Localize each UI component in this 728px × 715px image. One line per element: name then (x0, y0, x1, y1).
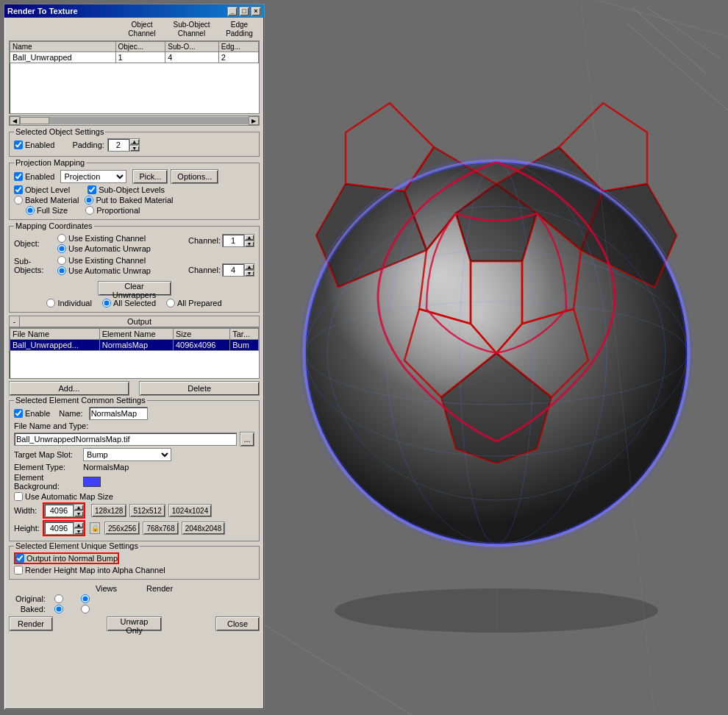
baked-mat-1-radio[interactable] (14, 196, 23, 204)
original-render-label[interactable] (81, 594, 90, 603)
full-size-radio[interactable] (26, 206, 35, 215)
scroll-right-btn[interactable]: ▶ (249, 116, 259, 125)
original-render-radio[interactable] (81, 594, 90, 603)
baked-render-label[interactable] (81, 605, 90, 613)
sub-automatic-radio[interactable] (57, 266, 66, 275)
output-row[interactable]: Ball_Unwrapped... NormalsMap 4096x4096 B… (10, 340, 259, 351)
maximize-button[interactable]: □ (239, 7, 249, 16)
render-height-map-label[interactable]: Render Height Map into Alpha Channel (14, 566, 165, 575)
enable-check-label[interactable]: Enable (14, 409, 50, 418)
browse-button[interactable]: ... (240, 432, 254, 447)
all-prepared-label[interactable]: All Prepared (166, 299, 222, 307)
use-automatic-radio[interactable] (57, 244, 66, 253)
individual-text: Individual (57, 299, 91, 307)
scrollbar-h[interactable]: ◀ ▶ (9, 115, 260, 126)
height-up[interactable]: ▲ (74, 522, 84, 528)
channel-sub-down[interactable]: ▼ (244, 270, 254, 277)
channel-obj-up[interactable]: ▲ (244, 234, 254, 241)
proj-enabled-label[interactable]: Enabled (14, 172, 54, 181)
use-existing-channel-label[interactable]: Use Existing Channel (57, 234, 151, 243)
baked-views-label[interactable] (54, 605, 63, 613)
baked-views-radio[interactable] (54, 605, 63, 613)
sub-existing-label[interactable]: Use Existing Channel (57, 256, 151, 265)
channel-obj-down[interactable]: ▼ (244, 241, 254, 247)
viewport-3d (265, 0, 728, 715)
scroll-left-btn[interactable]: ◀ (10, 116, 20, 125)
unwrap-only-button[interactable]: Unwrap Only (107, 616, 162, 631)
obj-level-label[interactable]: Object Level (14, 185, 70, 194)
size-512x512-button[interactable]: 512x512 (129, 504, 165, 517)
width-up[interactable]: ▲ (74, 504, 84, 511)
channel-sub-input[interactable] (222, 263, 244, 277)
individual-label[interactable]: Individual (46, 299, 91, 307)
size-1024x1024-button[interactable]: 1024x1024 (168, 504, 213, 517)
height-down[interactable]: ▼ (74, 528, 84, 535)
sub-obj-levels-checkbox[interactable] (88, 185, 96, 194)
size-768x768-button[interactable]: 768x768 (143, 522, 178, 535)
output-normal-bump-label[interactable]: Output into Normal Bump (14, 552, 119, 564)
cell-name: Ball_Unwrapped (10, 52, 116, 63)
auto-map-size-label[interactable]: Use Automatic Map Size (14, 492, 113, 501)
close-button[interactable]: × (251, 7, 261, 16)
individual-radio[interactable] (46, 299, 55, 307)
baked-mat-1-text: Baked Material (25, 196, 79, 204)
baked-render-radio[interactable] (81, 605, 90, 613)
padding-up[interactable]: ▲ (129, 138, 140, 145)
minimize-button[interactable]: _ (227, 7, 238, 16)
baked-mat-2-radio[interactable] (85, 196, 93, 204)
use-existing-radio[interactable] (57, 234, 66, 243)
pick-button[interactable]: Pick... (132, 169, 168, 184)
original-views-radio[interactable] (54, 594, 63, 603)
scroll-thumb[interactable] (20, 117, 49, 124)
height-spinner[interactable]: ▲ ▼ (43, 520, 85, 536)
enable-checkbox[interactable] (14, 409, 23, 418)
add-button[interactable]: Add... (9, 381, 129, 396)
section-label-unique: Selected Element Unique Settings (14, 541, 140, 550)
padding-spinner[interactable]: ▲ ▼ (107, 138, 140, 152)
baked-mat-1-label[interactable]: Baked Material (14, 196, 79, 204)
proportional-radio[interactable] (85, 206, 94, 215)
sub-existing-radio[interactable] (57, 256, 66, 265)
obj-level-checkbox[interactable] (14, 185, 23, 194)
original-views-label[interactable] (54, 594, 63, 603)
enabled-check-label[interactable]: Enabled (14, 140, 54, 149)
render-bottom-button[interactable]: Render (9, 616, 53, 631)
channel-sub-up[interactable]: ▲ (244, 263, 254, 270)
baked-mat-2-label[interactable]: Put to Baked Material (85, 196, 173, 204)
lock-icon[interactable]: 🔒 (90, 522, 100, 534)
clear-unwrappers-button[interactable]: Clear Unwrappers (98, 281, 171, 296)
width-input[interactable] (44, 504, 74, 517)
all-selected-label[interactable]: All Selected (102, 299, 156, 307)
element-bg-swatch[interactable] (83, 477, 101, 487)
file-name-input[interactable] (14, 433, 237, 446)
options-button[interactable]: Options... (171, 169, 218, 184)
proportional-label[interactable]: Proportional (85, 206, 140, 215)
auto-map-size-checkbox[interactable] (14, 492, 23, 501)
width-down[interactable]: ▼ (74, 511, 84, 517)
full-size-label[interactable]: Full Size (26, 206, 68, 215)
use-automatic-unwrap-label[interactable]: Use Automatic Unwrap (57, 244, 151, 253)
size-256x256-button[interactable]: 256x256 (104, 522, 140, 535)
sub-automatic-label[interactable]: Use Automatic Unwrap (57, 266, 151, 275)
proj-enabled-checkbox[interactable] (14, 172, 23, 181)
target-map-slot-select[interactable]: Bump (83, 448, 171, 461)
all-prepared-radio[interactable] (166, 299, 175, 307)
projection-select[interactable]: Projection (60, 170, 126, 183)
output-normal-bump-checkbox[interactable] (15, 554, 24, 563)
channel-obj-input[interactable] (222, 234, 244, 247)
sub-obj-levels-label[interactable]: Sub-Object Levels (88, 185, 165, 194)
all-selected-radio[interactable] (102, 299, 111, 307)
table-row[interactable]: Ball_Unwrapped 1 4 2 (10, 52, 259, 63)
close-bottom-button[interactable]: Close (215, 616, 260, 631)
render-height-map-checkbox[interactable] (14, 566, 23, 575)
size-128x128-button[interactable]: 128x128 (91, 504, 126, 517)
delete-button[interactable]: Delete (139, 381, 260, 396)
name-input[interactable] (89, 407, 148, 420)
width-spinner[interactable]: ▲ ▼ (43, 502, 85, 519)
size-2048x2048-button[interactable]: 2048x2048 (182, 522, 226, 535)
enabled-checkbox[interactable] (14, 140, 23, 149)
padding-input[interactable] (107, 138, 129, 152)
output-collapse-button[interactable]: - (10, 316, 20, 327)
padding-down[interactable]: ▼ (129, 145, 140, 152)
height-input[interactable] (44, 522, 74, 535)
